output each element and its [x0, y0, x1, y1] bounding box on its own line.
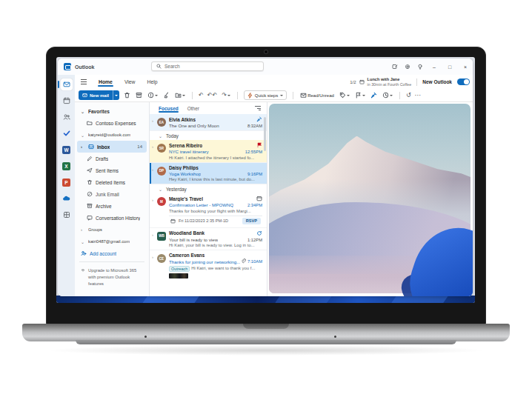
rail-mail[interactable] [61, 79, 73, 90]
chevron-down-icon: ⌄ [159, 187, 163, 192]
folder-conversation-history[interactable]: Conversation History [75, 212, 149, 224]
folder-label: Contoso Expenses [96, 121, 136, 126]
expand-chevron-icon[interactable]: › [152, 198, 153, 202]
folder-inbox[interactable]: › Inbox 14 [77, 141, 147, 153]
email-row-margies-travel[interactable]: › M Margie's Travel [150, 193, 267, 228]
trash-icon [87, 179, 93, 185]
rail-powerpoint[interactable]: P [61, 176, 73, 188]
tips-bulb-icon[interactable] [417, 64, 423, 70]
email-row-daisy[interactable]: › DP Daisy Philips Yoga Workshop 9:16PM … [150, 163, 267, 185]
premium-diamond-icon [82, 267, 84, 273]
favorites-header[interactable]: ⌄ Favorites [75, 105, 149, 117]
email-subject: The One and Only Moon [169, 123, 219, 128]
upgrade-banner[interactable]: Upgrade to Microsoft 365 with premium Ou… [75, 264, 149, 287]
gear-icon[interactable] [405, 64, 410, 70]
rail-todo[interactable] [61, 127, 73, 139]
new-mail-dropdown[interactable] [113, 90, 119, 100]
folder-archive[interactable]: Archive [75, 200, 149, 212]
email-row-woodland-bank[interactable]: › WB Woodland Bank [150, 228, 267, 251]
app-title: Outlook [75, 64, 94, 70]
folder-sent-items[interactable]: Sent Items [75, 164, 149, 176]
report-button[interactable] [147, 91, 159, 99]
rail-more-apps[interactable] [61, 209, 73, 221]
rsvp-button[interactable]: RSVP [242, 218, 261, 224]
new-mail-button[interactable]: New mail [79, 90, 119, 100]
forward-button[interactable]: ↷ [221, 92, 231, 99]
flag-button[interactable] [354, 91, 366, 99]
expand-chevron-icon[interactable]: › [152, 233, 153, 237]
expand-chevron-icon[interactable]: › [152, 167, 153, 172]
tab-help[interactable]: Help [147, 77, 159, 87]
expand-chevron-icon[interactable]: › [152, 119, 153, 123]
tab-other[interactable]: Other [187, 104, 199, 113]
folder-deleted-items[interactable]: Deleted Items [75, 176, 149, 188]
account-secondary-header[interactable]: ⌄ katri0487@gmail.com [75, 236, 149, 247]
window-titlebar: Outlook Search [58, 59, 473, 75]
add-account-button[interactable]: Add account [75, 247, 149, 259]
email-row-cameron[interactable]: › CE Cameron Evans Thanks for joining ou… [150, 250, 267, 281]
section-yesterday[interactable]: ⌄ Yesterday [150, 184, 267, 193]
todo-check-icon [63, 130, 70, 137]
message-list-scrollbar[interactable] [264, 117, 266, 151]
reminder-text: Lunch with Jane in 30min at Fourth Coffe… [368, 77, 412, 87]
email-sender: Serena Ribeiro [169, 143, 202, 148]
maximize-button[interactable]: □ [445, 64, 454, 70]
pin-icon [256, 116, 262, 122]
undo-icon[interactable]: ↺ [406, 93, 411, 99]
close-button[interactable]: × [461, 64, 470, 70]
snooze-button[interactable] [382, 91, 393, 99]
move-to-button[interactable] [174, 91, 186, 99]
email-row-elvia[interactable]: › EA Elvia Atkins [150, 114, 267, 131]
email-row-serena[interactable]: › SR Serena Ribeiro [150, 140, 267, 163]
archive-button[interactable] [135, 91, 143, 99]
chevron-right-icon: › [81, 144, 85, 149]
rail-word[interactable]: W [61, 144, 73, 156]
reply-all-icon[interactable]: ↶↶ [207, 93, 217, 99]
laptop-base [22, 324, 510, 341]
section-today[interactable]: ⌄ Today [150, 131, 267, 140]
minimize-button[interactable]: – [430, 64, 439, 70]
quick-steps-button[interactable]: Quick steps [244, 90, 287, 100]
reminder-widget[interactable]: 1/2 Lunch with Jane in 30min at Fourth C… [350, 77, 473, 87]
toolbar-more-button[interactable]: ⋯ [415, 93, 422, 99]
snooze-clock-icon [382, 92, 389, 99]
tab-home[interactable]: Home [98, 77, 113, 87]
powerpoint-icon: P [62, 179, 70, 187]
flag-icon[interactable] [256, 142, 262, 148]
word-icon: W [62, 146, 70, 154]
expand-chevron-icon[interactable]: › [152, 144, 153, 149]
sweep-button[interactable] [162, 91, 170, 99]
email-subject: Thanks for joining our networking... [169, 259, 240, 264]
categorize-button[interactable] [339, 91, 350, 99]
dropdown-caret [182, 95, 185, 96]
tab-focused[interactable]: Focused [159, 104, 179, 113]
account-primary-header[interactable]: ⌄ katyreid@outlook.com [75, 129, 149, 141]
wallpaper-streak [389, 296, 450, 303]
rail-onedrive[interactable] [61, 193, 73, 204]
lightning-icon [247, 93, 253, 99]
divider [237, 92, 238, 99]
rail-excel[interactable]: X [61, 160, 73, 172]
read-unread-button[interactable]: Read/Unread [299, 91, 335, 99]
tab-view[interactable]: View [124, 77, 136, 87]
chevron-down-icon: ⌄ [159, 133, 163, 139]
divider [79, 261, 144, 262]
search-input[interactable]: Search [151, 61, 264, 71]
folder-contoso-expenses[interactable]: Contoso Expenses [75, 117, 149, 129]
new-outlook-toggle[interactable] [457, 79, 470, 85]
reply-icon[interactable]: ↶ [199, 93, 204, 99]
wallpaper-streak [141, 296, 202, 303]
rail-calendar[interactable] [61, 95, 73, 107]
delete-button[interactable] [123, 91, 131, 99]
more-apps-icon [63, 211, 70, 218]
filter-icon[interactable] [255, 106, 261, 110]
folder-drafts[interactable]: Drafts [75, 153, 149, 164]
feedback-icon[interactable] [392, 64, 398, 70]
groups-header[interactable]: › Groups [75, 224, 149, 236]
search-placeholder: Search [164, 64, 180, 69]
pin-button[interactable] [370, 91, 378, 99]
expand-chevron-icon[interactable]: › [152, 255, 153, 259]
rail-people[interactable] [61, 111, 73, 123]
hamburger-menu-icon[interactable] [81, 79, 87, 84]
folder-junk-email[interactable]: Junk Email [75, 188, 149, 200]
